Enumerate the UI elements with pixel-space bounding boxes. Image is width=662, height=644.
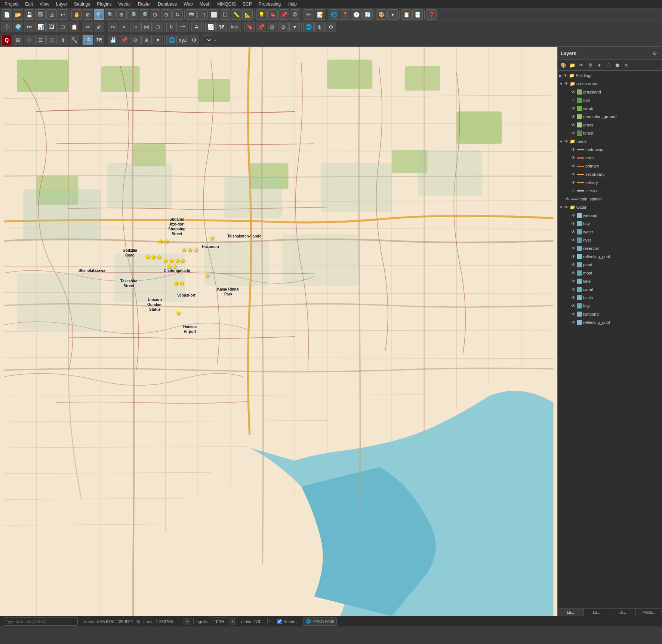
render-checkbox-label[interactable]: Render: [277, 619, 297, 624]
grassland-eye-icon[interactable]: 👁: [571, 89, 576, 95]
bookmark-button[interactable]: 🔖: [267, 9, 278, 20]
menu-vector[interactable]: Vector: [116, 1, 134, 7]
save-layer-button[interactable]: 💾: [108, 35, 118, 45]
layer-item-reflecting-pool[interactable]: 👁 reflecting_pool: [558, 252, 662, 261]
layer-add-group-button[interactable]: 📁: [568, 61, 576, 69]
labels-button[interactable]: A: [191, 22, 202, 32]
reservoir-eye-icon[interactable]: 👁: [571, 246, 576, 251]
grass-eye-icon[interactable]: 👁: [571, 122, 576, 128]
layer-item-pond[interactable]: 👁 pond: [558, 261, 662, 269]
scrub-eye-icon[interactable]: 👁: [571, 106, 576, 111]
map-tips-button[interactable]: 💡: [256, 9, 267, 20]
layer-item-lake[interactable]: 👁 lake: [558, 277, 662, 285]
menu-scp[interactable]: SCP: [240, 1, 255, 7]
river-eye-icon[interactable]: 👁: [571, 237, 576, 243]
print-button[interactable]: 🖨: [46, 9, 57, 20]
target-button[interactable]: ⊙: [130, 35, 141, 45]
query2-button[interactable]: ⊙: [278, 22, 289, 32]
layer-visibility-button[interactable]: 👁: [577, 61, 585, 69]
zoom-prev-button[interactable]: ⊙: [150, 9, 160, 20]
layer-item-secondary[interactable]: 👁 secondary: [558, 170, 662, 178]
layer-filter-button[interactable]: 🎨: [559, 61, 567, 69]
layer-item-bay2[interactable]: 👁 bay: [558, 302, 662, 310]
layer-group-roads[interactable]: ▼ 👁 📁 roads: [558, 137, 662, 145]
scale-input[interactable]: [154, 618, 184, 625]
add-wfs-button[interactable]: •••: [24, 22, 34, 32]
select-button[interactable]: ⬚: [197, 9, 208, 20]
layer-group-water[interactable]: ▼ 👁 📁 water: [558, 203, 662, 211]
layer-item-water[interactable]: 👁 water: [558, 228, 662, 236]
layer-item-recreation-ground[interactable]: 👁 recreation_ground: [558, 113, 662, 121]
bay-eye-icon[interactable]: 👁: [571, 221, 576, 226]
layer-item-bay[interactable]: 👁 bay: [558, 220, 662, 228]
new-map-button[interactable]: ⊞: [13, 35, 23, 45]
xyz-button[interactable]: xyz: [178, 35, 188, 45]
layer-item-tertiary[interactable]: 👁 tertiary: [558, 178, 662, 187]
train-eye-icon[interactable]: 👁: [565, 196, 570, 202]
tertiary-eye-icon[interactable]: 👁: [571, 180, 576, 185]
menu-database[interactable]: Database: [155, 1, 180, 7]
measure-button[interactable]: 📏: [231, 9, 241, 20]
layer-item-basin[interactable]: 👁 basin: [558, 294, 662, 302]
magnify-input[interactable]: [210, 617, 228, 626]
menu-project[interactable]: Project: [1, 1, 21, 7]
canal-eye-icon[interactable]: 👁: [571, 287, 576, 292]
osm-button[interactable]: 🗺: [94, 35, 104, 45]
layer-item-tree[interactable]: 👁 tree: [558, 96, 662, 104]
green-areas-eye-icon[interactable]: 👁: [564, 81, 569, 86]
clock-button[interactable]: 🕐: [351, 9, 361, 20]
pan-map-button[interactable]: ⊕: [83, 9, 93, 20]
rotation-input[interactable]: [253, 618, 268, 625]
layer-order-button[interactable]: ☰: [35, 35, 46, 45]
layouts-button[interactable]: 📑: [412, 9, 423, 20]
magnify-dropdown-button[interactable]: ▾: [230, 618, 235, 625]
select-rect-button[interactable]: ⬜: [209, 9, 219, 20]
settings2-button[interactable]: ⚙: [326, 22, 336, 32]
basin-eye-icon[interactable]: 👁: [571, 295, 576, 300]
layer-item-wetland[interactable]: 👁 wetland: [558, 211, 662, 220]
layer-item-service[interactable]: 👁 service: [558, 187, 662, 195]
open-project-button[interactable]: 📂: [13, 9, 23, 20]
zoom-next-button[interactable]: ⊙: [161, 9, 172, 20]
coordinate-button[interactable]: 📍: [340, 9, 350, 20]
wetland-eye-icon[interactable]: 👁: [571, 213, 576, 218]
render-checkbox[interactable]: [277, 619, 282, 624]
zoom-in-button[interactable]: 🔍: [94, 9, 104, 20]
new-layout-button[interactable]: 📋: [401, 9, 412, 20]
add-layer2-button[interactable]: ➕: [24, 35, 34, 45]
moat-eye-icon[interactable]: 👁: [571, 270, 576, 276]
help-button[interactable]: ❓: [426, 9, 437, 20]
add-layer-button[interactable]: ➕: [1, 22, 12, 32]
trunk-eye-icon[interactable]: 👁: [571, 155, 576, 160]
zoom-selection-button[interactable]: 🔎: [139, 9, 149, 20]
refresh-button[interactable]: ↻: [172, 9, 183, 20]
pond-eye-icon[interactable]: 👁: [571, 262, 576, 267]
remove-layer-button[interactable]: 📌: [119, 35, 129, 45]
layer-drop-button[interactable]: ▾: [595, 61, 603, 69]
menu-layer[interactable]: Layer: [53, 1, 70, 7]
edit-attr-button[interactable]: 🖋: [94, 22, 104, 32]
menu-plugins[interactable]: Plugins: [94, 1, 114, 7]
layer-item-grassland[interactable]: 👁 grassland: [558, 88, 662, 96]
tab-layers1[interactable]: La...: [558, 609, 584, 616]
query-button[interactable]: ⊙: [267, 22, 277, 32]
menu-web[interactable]: Web: [181, 1, 195, 7]
color-model-select[interactable]: RGB: [203, 36, 212, 45]
menu-settings[interactable]: Settings: [71, 1, 93, 7]
scale-dropdown-button[interactable]: ▾: [185, 618, 190, 625]
zoom-out-button[interactable]: 🔍: [105, 9, 116, 20]
layer-group-buildings[interactable]: ▶ 👁 📁 Buildings: [558, 71, 662, 80]
roads-eye-icon[interactable]: 👁: [564, 139, 569, 144]
layer-filter2-button[interactable]: ⚗: [586, 61, 594, 69]
menu-mesh[interactable]: Mesh: [197, 1, 213, 7]
offset-button[interactable]: ⇥: [130, 22, 141, 32]
layer-item-reflecting-pool2[interactable]: 👁 reflecting_pool: [558, 318, 662, 326]
locator-button[interactable]: 🗺: [216, 22, 227, 32]
layer-group-green-areas[interactable]: ▼ 👁 📁 green areas: [558, 80, 662, 88]
layer-expand-button[interactable]: ⬡: [604, 61, 612, 69]
spatial-bookmark-button[interactable]: 🔖: [244, 22, 255, 32]
layer-item-primary[interactable]: 👁 primary: [558, 162, 662, 170]
stats-button[interactable]: 📈: [205, 22, 216, 32]
fill-button[interactable]: ⬡: [153, 22, 163, 32]
save-as-button[interactable]: 🖫: [35, 9, 46, 20]
